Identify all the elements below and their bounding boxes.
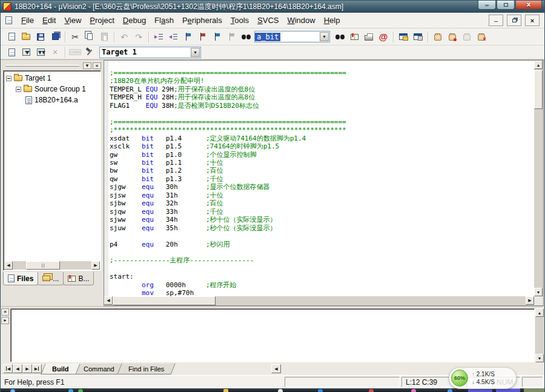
taskbar-icon[interactable] <box>411 389 416 392</box>
cut-button[interactable]: ✂ <box>68 30 82 44</box>
taskbar-icon[interactable] <box>278 389 283 392</box>
scroll-down-icon[interactable]: ▼ <box>534 288 543 296</box>
scroll-left-icon[interactable]: ◀ <box>4 261 13 270</box>
kill-breakpoints-button[interactable] <box>474 30 489 44</box>
taskbar-icon[interactable] <box>318 389 323 392</box>
build-output-content[interactable] <box>10 308 535 362</box>
project-tab-files[interactable]: Files <box>3 272 38 285</box>
paste-button[interactable] <box>97 30 111 44</box>
tab-scroll-first-button[interactable]: ◀ <box>3 364 13 373</box>
enable-breakpoint-button[interactable] <box>445 30 460 44</box>
taskbar-icon[interactable] <box>78 389 83 392</box>
output-close-button[interactable]: × <box>1 308 9 316</box>
mdi-close-button[interactable]: × <box>525 15 540 26</box>
target-combo-dropdown[interactable]: ▼ <box>191 48 200 57</box>
start-button[interactable] <box>10 389 15 392</box>
panel-close-button[interactable]: × <box>93 62 101 69</box>
target-combo[interactable]: Target 1 ▼ <box>99 47 201 58</box>
scroll-up-icon[interactable]: ▲ <box>535 308 544 317</box>
clear-bookmarks-button[interactable] <box>224 30 239 44</box>
translate-button[interactable] <box>4 45 19 59</box>
scroll-down-icon[interactable]: ▼ <box>535 354 544 362</box>
tab-scroll-right-button[interactable]: ▶ <box>22 364 32 373</box>
download-button[interactable]: LOAD <box>68 45 82 59</box>
close-button[interactable]: × <box>515 1 542 10</box>
redo-button[interactable]: ↷ <box>131 30 146 44</box>
find-button[interactable] <box>332 30 347 44</box>
taskbar-icon[interactable] <box>223 389 228 392</box>
menu-flash[interactable]: Flash <box>150 15 178 26</box>
tree-item-source-group-1[interactable]: Source Group 1 <box>6 84 101 95</box>
output-tab-build[interactable]: Build <box>41 364 80 374</box>
indent-button[interactable] <box>151 30 166 44</box>
rebuild-all-button[interactable] <box>33 45 48 59</box>
taskbar-icon[interactable] <box>68 389 73 392</box>
panel-pin-button[interactable]: ▼ <box>83 62 91 69</box>
incremental-find-button[interactable] <box>239 30 253 44</box>
output-tab-find-in-files[interactable]: Find in Files <box>117 364 176 374</box>
output-window-toggle-button[interactable] <box>411 30 425 44</box>
scroll-right-icon[interactable]: ▶ <box>526 296 534 305</box>
project-window-toggle-button[interactable] <box>396 30 411 44</box>
unindent-button[interactable] <box>166 30 180 44</box>
menu-svcs[interactable]: SVCS <box>253 15 283 26</box>
save-button[interactable] <box>33 30 48 44</box>
menu-peripherals[interactable]: Peripherals <box>178 15 226 26</box>
find-combo-dropdown[interactable]: ▼ <box>320 32 329 41</box>
collapse-icon[interactable] <box>6 76 12 81</box>
print-button[interactable] <box>362 30 376 44</box>
taskbar-icon[interactable] <box>448 389 452 392</box>
menu-file[interactable]: File <box>17 15 38 26</box>
editor-vscrollbar[interactable]: ▲ ▼ <box>534 61 543 296</box>
tree-item-target-1[interactable]: Target 1 <box>6 73 101 84</box>
output-vscrollbar[interactable]: ▲ ▼ <box>535 308 544 362</box>
insert-breakpoint-button[interactable] <box>431 30 445 44</box>
output-expand-button[interactable]: ▸ <box>1 317 9 324</box>
mdi-restore-button[interactable] <box>507 15 521 26</box>
target-options-button[interactable] <box>82 45 97 59</box>
scroll-left-icon[interactable]: ◀ <box>104 296 113 305</box>
panel-grip[interactable] <box>5 65 79 67</box>
new-file-button[interactable] <box>4 30 19 44</box>
taskbar-icon[interactable] <box>369 389 374 392</box>
menu-help[interactable]: Help <box>320 15 345 26</box>
menu-edit[interactable]: Edit <box>38 15 60 26</box>
build-button[interactable] <box>19 45 33 59</box>
copy-button[interactable] <box>82 30 97 44</box>
open-file-button[interactable] <box>19 30 33 44</box>
collapse-icon[interactable] <box>16 87 21 92</box>
save-all-button[interactable] <box>48 30 62 44</box>
scroll-thumb[interactable] <box>534 70 543 109</box>
next-bookmark-button[interactable] <box>210 30 224 44</box>
menu-debug[interactable]: Debug <box>119 15 150 26</box>
menu-view[interactable]: View <box>60 15 85 26</box>
stop-build-button[interactable]: × <box>48 45 62 59</box>
tab-scroll-left-button[interactable]: ◀ <box>13 364 22 373</box>
project-tab-b[interactable]: B... <box>63 272 94 285</box>
find-in-files-button[interactable]: @ <box>376 30 391 44</box>
menu-window[interactable]: Window <box>283 15 319 26</box>
scroll-thumb[interactable] <box>26 261 60 270</box>
menu-project[interactable]: Project <box>85 15 118 26</box>
scroll-up-icon[interactable]: ▲ <box>534 61 543 69</box>
code-area[interactable]: ;=======================================… <box>104 61 534 296</box>
menu-tools[interactable]: Tools <box>226 15 253 26</box>
toggle-bookmark-button[interactable] <box>180 30 195 44</box>
code-editor[interactable]: ;=======================================… <box>104 60 544 306</box>
find-combo[interactable]: a_bit ▼ <box>254 31 330 42</box>
prev-bookmark-button[interactable] <box>195 30 210 44</box>
scroll-right-icon[interactable]: ▶ <box>91 261 100 270</box>
output-hscroll-left-button[interactable]: ◀ <box>271 364 281 373</box>
project-tab-[interactable]: ... <box>38 272 64 285</box>
tab-scroll-last-button[interactable]: ▶ <box>32 364 42 373</box>
minimize-button[interactable]: – <box>478 1 496 10</box>
undo-button[interactable]: ↶ <box>117 30 131 44</box>
bookmarks-book-button[interactable] <box>347 30 362 44</box>
net-speed-widget[interactable]: 60% ↑ 2.1K/S ↓ 4.5K/S <box>449 367 517 389</box>
maximize-button[interactable] <box>497 1 515 10</box>
memory-ball[interactable]: 60% <box>451 370 468 387</box>
tree-item-18b20-164-a[interactable]: 18B20+164.a <box>6 95 101 105</box>
project-tree-hscrollbar[interactable]: ◀ ▶ <box>4 261 100 270</box>
disable-breakpoints-button[interactable] <box>460 30 474 44</box>
mdi-minimize-button[interactable]: – <box>489 15 503 26</box>
